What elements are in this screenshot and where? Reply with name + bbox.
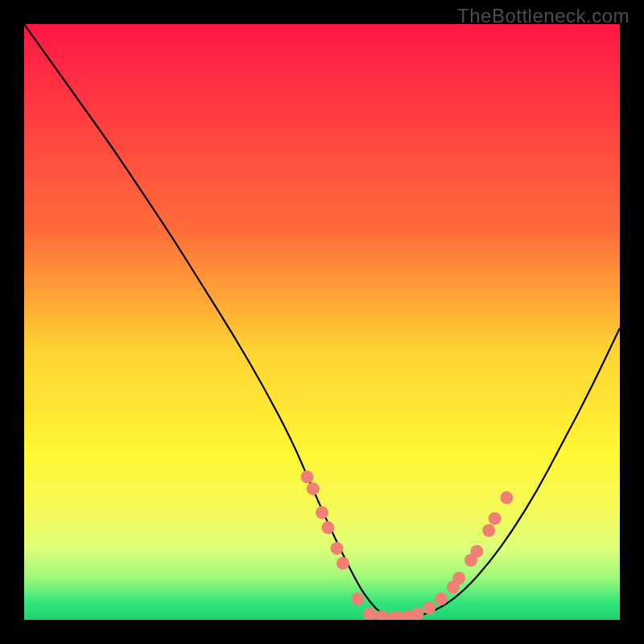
highlight-dot	[500, 491, 513, 504]
watermark-text: TheBottleneck.com	[457, 5, 630, 27]
highlight-dot	[470, 545, 483, 558]
plot-area	[24, 24, 620, 620]
highlight-dot	[435, 592, 448, 605]
highlight-dot	[331, 542, 344, 555]
highlight-dot	[482, 524, 495, 537]
highlight-dot	[363, 608, 376, 620]
highlight-dot	[307, 482, 320, 495]
highlight-dot	[301, 470, 314, 483]
chart-container: TheBottleneck.com	[0, 0, 644, 644]
chart-svg	[24, 24, 620, 620]
highlight-dot	[411, 608, 423, 620]
highlight-dot	[423, 601, 436, 614]
highlight-dot	[321, 521, 334, 534]
highlight-dot	[351, 592, 364, 605]
gradient-background	[24, 24, 620, 620]
highlight-dot	[316, 506, 328, 519]
highlight-dot	[489, 512, 502, 525]
highlight-dot	[452, 572, 465, 584]
highlight-dot	[336, 557, 349, 570]
